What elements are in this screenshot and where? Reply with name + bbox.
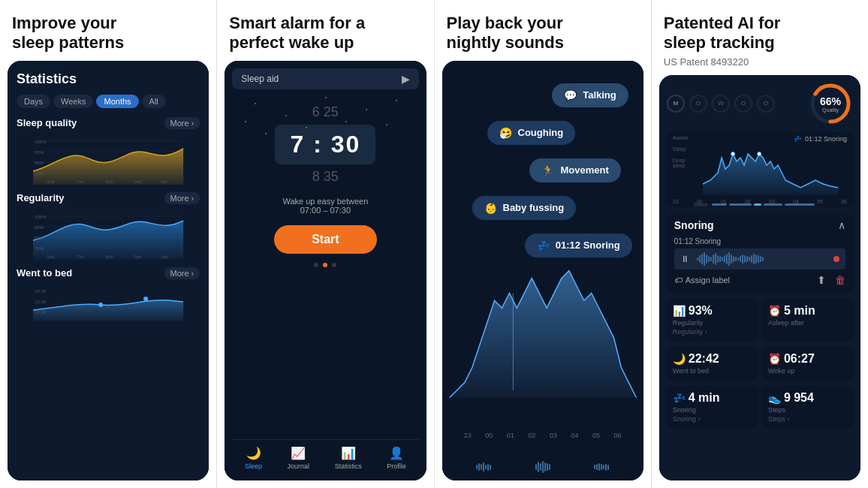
coughing-icon: 🤧 — [499, 127, 512, 139]
snoring-text: 01:12 Snoring — [556, 239, 620, 251]
panel-ai-tracking: Patented AI for sleep tracking US Patent… — [652, 0, 868, 488]
chart-label-02: 02 — [528, 432, 535, 439]
panel4-title: Patented AI for sleep tracking — [664, 14, 856, 53]
tab-months[interactable]: Months — [96, 95, 138, 108]
alarm-header-text: Sleep aid — [241, 74, 279, 84]
main-container: Improve your sleep patterns Statistics D… — [0, 0, 868, 488]
regularity-section: Regularity More › — [17, 192, 200, 260]
alarm-nav: 🌙 Sleep 📈 Journal 📊 Statistics 👤 Profile — [232, 439, 418, 473]
movement-icon: 🏃 — [541, 164, 554, 176]
talking-text: Talking — [583, 89, 616, 101]
waveform-3 — [594, 461, 609, 473]
alarm-screen: Sleep aid ▶ 6 25 7 : 30 8 35 Wake up eas… — [225, 61, 426, 480]
stat-card-steps[interactable]: 👟 9 954 Steps Steps › — [762, 385, 853, 429]
went-to-bed-more[interactable]: More › — [164, 267, 200, 279]
nav-statistics[interactable]: 📊 Statistics — [335, 446, 362, 470]
svg-point-26 — [98, 303, 103, 307]
nav-profile[interactable]: 👤 Profile — [387, 446, 406, 470]
bubble-snoring[interactable]: 💤 01:12 Snoring — [525, 233, 632, 258]
panel4-phone: M O W O O 66% Quality — [659, 75, 860, 480]
ai-screen: M O W O O 66% Quality — [659, 75, 860, 480]
audio-player-bar[interactable]: ⏸ — [674, 249, 845, 270]
panel1-header: Improve your sleep patterns — [0, 0, 216, 61]
wakeup-card-header: ⏰ 06:27 — [768, 352, 847, 366]
svg-text:Oct: Oct — [77, 255, 84, 259]
panel2-title: Smart alarm for a perfect wake up — [229, 14, 421, 53]
sleep-graph: Awake Sleep Deepsleep 💤 01:12 Snoring — [667, 132, 853, 207]
svg-text:Nov: Nov — [105, 255, 113, 259]
wakeup-card-label: Woke up — [768, 367, 847, 375]
steps-card-value: 9 954 — [784, 391, 814, 405]
regularity-card-header: 📊 93% — [673, 304, 752, 318]
start-button[interactable]: Start — [274, 225, 376, 254]
svg-text:70%: 70% — [35, 171, 44, 176]
stat-card-wakeup[interactable]: ⏰ 06:27 Woke up — [762, 346, 853, 381]
panel-sleep-patterns: Improve your sleep patterns Statistics D… — [0, 0, 217, 488]
stat-card-regularity[interactable]: 📊 93% Regularity Regularity › — [667, 298, 758, 342]
bedtime-card-label: Went to bed — [673, 367, 752, 375]
quality-label: Quality — [820, 107, 841, 112]
bubble-movement[interactable]: 🏃 Movement — [529, 158, 620, 182]
svg-text:22:00: 22:00 — [35, 310, 47, 315]
stage-awake: Awake — [673, 135, 689, 140]
regularity-chart: 100% 90% 80% 70% Sep Oct Nov Dec Jan — [17, 209, 200, 260]
dot-indicators — [314, 263, 336, 267]
sleep-quality-header: Sleep quality More › — [17, 117, 200, 129]
snoring-card-label: Snoring — [673, 406, 752, 414]
alarm-play-icon[interactable]: ▶ — [402, 73, 410, 85]
share-icon[interactable]: ⬆ — [817, 274, 826, 286]
movement-text: Movement — [560, 164, 608, 176]
snoring-card-header: 💤 4 min — [673, 391, 752, 405]
alarm-header-bar: Sleep aid ▶ — [232, 68, 418, 89]
stat-card-bedtime[interactable]: 🌙 22:42 Went to bed — [667, 346, 758, 381]
delete-icon[interactable]: 🗑 — [835, 274, 845, 286]
svg-text:Sep: Sep — [47, 179, 55, 184]
stat-card-asleep[interactable]: ⏰ 5 min Asleep after — [762, 298, 853, 342]
regularity-more[interactable]: More › — [164, 192, 200, 204]
bedtime-card-icon: 🌙 — [673, 353, 686, 365]
day-w[interactable]: W — [712, 95, 730, 113]
regularity-header: Regularity More › — [17, 192, 200, 204]
tab-weeks[interactable]: Weeks — [53, 95, 93, 108]
bubble-talking[interactable]: 💬 Talking — [552, 83, 628, 107]
svg-text:100%: 100% — [35, 140, 47, 144]
bubble-coughing[interactable]: 🤧 Coughing — [487, 121, 576, 145]
panel1-title: Improve your sleep patterns — [12, 14, 204, 53]
sleep-nav-icon: 🌙 — [246, 446, 261, 460]
steps-card-icon: 👟 — [768, 392, 781, 404]
stars-bg — [225, 91, 426, 151]
asleep-card-value: 5 min — [784, 304, 815, 318]
nav-sleep[interactable]: 🌙 Sleep — [245, 446, 262, 470]
sleep-quality-more[interactable]: More › — [164, 117, 200, 129]
day-o3[interactable]: O — [757, 95, 775, 113]
quality-ring[interactable]: 66% Quality — [808, 81, 853, 126]
stat-card-snoring[interactable]: 💤 4 min Snoring Snoring › — [667, 385, 758, 429]
went-to-bed-chart: 00:00 23:00 22:00 — [17, 284, 200, 321]
day-o1[interactable]: O — [689, 95, 707, 113]
nav-journal-label: Journal — [288, 462, 310, 470]
day-o2[interactable]: O — [734, 95, 752, 113]
snoring-expand-icon[interactable]: ∧ — [838, 219, 845, 231]
audio-play-icon[interactable]: ⏸ — [680, 254, 689, 264]
dot-3 — [332, 263, 336, 267]
asleep-card-header: ⏰ 5 min — [768, 304, 847, 318]
assign-label-button[interactable]: 🏷 Assign label — [674, 276, 730, 285]
nav-profile-label: Profile — [387, 462, 406, 470]
day-m[interactable]: M — [667, 95, 685, 113]
tab-days[interactable]: Days — [17, 95, 50, 108]
regularity-card-value: 93% — [689, 304, 713, 318]
svg-text:100%: 100% — [35, 215, 47, 219]
nav-statistics-label: Statistics — [335, 462, 362, 470]
day-icons: M O W O O — [667, 95, 775, 113]
stats-screen: Statistics Days Weeks Months All Sleep q… — [8, 61, 209, 480]
steps-card-label: Steps — [768, 406, 847, 414]
snoring-graph-label: 💤 01:12 Snoring — [794, 135, 847, 143]
chart-label-03: 03 — [550, 432, 557, 439]
svg-text:23:00: 23:00 — [35, 300, 47, 304]
nav-journal[interactable]: 📈 Journal — [288, 446, 310, 470]
bubble-baby-fussing[interactable]: 👶 Baby fussing — [472, 196, 577, 220]
panel3-header: Play back your nightly sounds — [435, 0, 651, 61]
tab-all[interactable]: All — [142, 95, 166, 108]
statistics-nav-icon: 📊 — [341, 446, 356, 460]
audio-red-dot — [833, 256, 839, 262]
